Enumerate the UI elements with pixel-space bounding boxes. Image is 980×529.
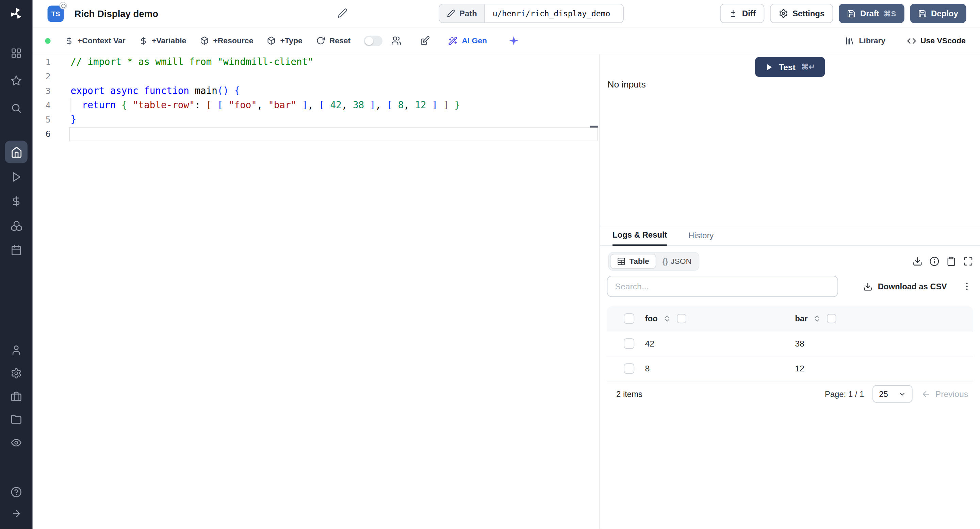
diff-mode-toggle[interactable] — [364, 35, 382, 46]
path-edit-button[interactable]: Path — [439, 5, 485, 22]
schedules-calendar-icon[interactable] — [0, 244, 33, 256]
add-variable-button[interactable]: +Variable — [134, 33, 192, 49]
library-button[interactable]: Library — [840, 32, 891, 49]
table-header: foo bar — [607, 306, 973, 331]
path-group: Path u/henri/rich_display_demo — [439, 4, 624, 23]
cell-foo: 42 — [645, 339, 788, 349]
items-count: 2 items — [607, 389, 643, 398]
apps-grid-icon[interactable] — [0, 48, 33, 59]
audit-eye-icon[interactable] — [0, 437, 33, 448]
runs-play-icon[interactable] — [0, 171, 33, 182]
download-icon — [863, 282, 873, 291]
path-label: Path — [460, 9, 477, 18]
collaborators-icon[interactable] — [388, 32, 405, 49]
typescript-badge: TS — [48, 6, 64, 22]
format-brush-icon[interactable] — [416, 32, 434, 49]
path-value[interactable]: u/henri/rich_display_demo — [485, 5, 624, 22]
use-vscode-button[interactable]: Use VScode — [901, 32, 971, 49]
header-actions: Diff Settings Draft ⌘S Deploy — [721, 4, 966, 23]
search-icon[interactable] — [0, 102, 33, 114]
windmill-logo[interactable] — [0, 7, 33, 21]
download-icon[interactable] — [913, 257, 923, 266]
editor-toolbar: +Context Var +Variable +Resource +Type R… — [33, 27, 980, 54]
table-body: 4238812 — [607, 331, 973, 381]
deploy-save-icon — [918, 9, 927, 18]
search-input[interactable] — [607, 276, 838, 297]
variables-dollar-icon[interactable] — [0, 196, 33, 207]
column-bar-filter-checkbox[interactable] — [827, 314, 837, 323]
workers-briefcase-icon[interactable] — [0, 391, 33, 402]
help-icon[interactable] — [0, 486, 33, 498]
draft-shortcut: ⌘S — [883, 9, 896, 18]
result-head: Table {} JSON — [608, 252, 973, 271]
add-type-button[interactable]: +Type — [261, 33, 308, 49]
tab-history[interactable]: History — [688, 231, 714, 245]
cell-bar: 38 — [788, 339, 973, 349]
gear-icon — [779, 9, 788, 18]
chevron-down-icon — [898, 390, 907, 398]
page-indicator: Page: 1 / 1 — [825, 389, 864, 398]
no-inputs-label: No inputs — [608, 79, 646, 89]
status-green-dot — [45, 38, 51, 43]
play-icon — [765, 63, 773, 71]
top-header: TS Rich Display demo Path u/henri/rich_d… — [33, 0, 980, 27]
table-row: 4238 — [607, 331, 973, 356]
expand-icon[interactable] — [963, 257, 973, 266]
draft-button[interactable]: Draft ⌘S — [839, 4, 904, 23]
folders-icon[interactable] — [0, 414, 33, 425]
column-foo-filter-checkbox[interactable] — [677, 314, 687, 323]
users-icon[interactable] — [0, 344, 33, 356]
home-icon[interactable] — [5, 140, 27, 163]
diff-button[interactable]: Diff — [721, 4, 765, 23]
diff-icon — [729, 9, 738, 18]
reset-button[interactable]: Reset — [311, 33, 356, 49]
info-icon[interactable] — [929, 257, 939, 266]
column-header-bar[interactable]: bar — [795, 314, 808, 323]
view-toggle: Table {} JSON — [608, 252, 700, 271]
table-controls: Download as CSV — [607, 276, 973, 297]
overview-ruler-cursor-mark — [590, 126, 598, 127]
typescript-badge-label: TS — [51, 10, 60, 18]
favorites-star-icon[interactable] — [0, 75, 33, 86]
column-header-foo[interactable]: foo — [645, 314, 658, 323]
package-icon — [267, 37, 276, 45]
add-context-var-button[interactable]: +Context Var — [59, 33, 131, 49]
view-table-segment[interactable]: Table — [610, 254, 656, 269]
test-button[interactable]: Test ⌘↵ — [755, 57, 825, 77]
row-checkbox[interactable] — [624, 338, 634, 349]
code-editor[interactable]: 123456 // import * as wmill from "windmi… — [33, 54, 600, 529]
download-csv-button[interactable]: Download as CSV — [863, 282, 947, 291]
previous-page-button[interactable]: Previous — [921, 389, 968, 398]
settings-gear-icon[interactable] — [0, 368, 33, 379]
content-row: 123456 // import * as wmill from "windmi… — [33, 54, 980, 529]
main-area: TS Rich Display demo Path u/henri/rich_d… — [33, 0, 980, 529]
sort-icon[interactable] — [663, 314, 671, 323]
ai-gen-button[interactable]: AI Gen — [442, 32, 492, 49]
add-resource-button[interactable]: +Resource — [194, 33, 259, 49]
test-shortcut: ⌘↵ — [801, 63, 815, 72]
table-footer: 2 items Page: 1 / 1 25 Previous — [607, 381, 973, 406]
page-size-select[interactable]: 25 — [873, 385, 913, 402]
clipboard-copy-icon[interactable] — [946, 257, 956, 266]
sort-icon[interactable] — [813, 314, 821, 323]
deploy-button[interactable]: Deploy — [910, 4, 966, 23]
view-json-segment[interactable]: {} JSON — [656, 257, 698, 266]
table-row: 812 — [607, 357, 973, 381]
select-all-checkbox[interactable] — [624, 313, 634, 324]
dollar-icon — [139, 37, 147, 45]
result-actions — [913, 257, 973, 266]
settings-button[interactable]: Settings — [770, 4, 833, 23]
pencil-icon — [447, 10, 455, 18]
run-panel: Test ⌘↵ No inputs Logs & Result History … — [600, 54, 980, 529]
sparkles-icon[interactable] — [505, 32, 522, 49]
cell-foo: 8 — [645, 364, 788, 373]
line-numbers: 123456 — [33, 55, 51, 141]
edit-summary-pencil-icon[interactable] — [337, 8, 347, 18]
arrow-left-icon — [921, 389, 931, 398]
row-checkbox[interactable] — [624, 363, 634, 374]
resources-boxes-icon[interactable] — [0, 220, 33, 232]
page-title: Rich Display demo — [75, 8, 158, 19]
kebab-menu-icon[interactable] — [962, 282, 972, 292]
tab-logs-result[interactable]: Logs & Result — [612, 230, 667, 246]
expand-arrow-icon[interactable] — [0, 508, 33, 519]
